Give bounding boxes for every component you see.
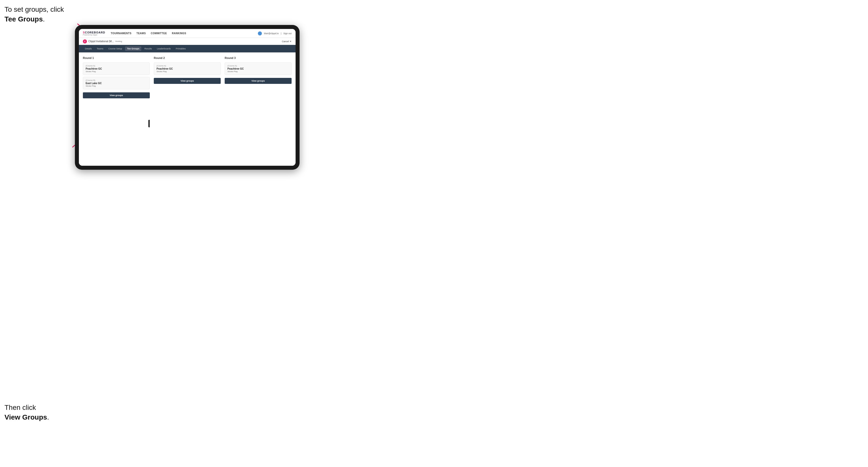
top-nav: SCOREBOARD Powered by clippd TOURNAMENTS… — [79, 29, 296, 38]
nav-links: TOURNAMENTS TEAMS COMMITTEE RANKINGS — [110, 32, 258, 35]
nav-tournaments[interactable]: TOURNAMENTS — [110, 32, 132, 35]
round-2-course-a-format: Stroke Play — [157, 70, 218, 73]
tournament-title: Clippd Invitational (M... — [88, 40, 114, 43]
round-1-column: Round 1 (Course A) Peachtree GC Stroke P… — [83, 56, 150, 98]
separator: | — [281, 32, 281, 35]
round-3-view-groups-button[interactable]: View groups — [225, 78, 291, 84]
nav-rankings[interactable]: RANKINGS — [172, 32, 187, 35]
round-2-course-a-name: Peachtree GC — [157, 67, 218, 70]
round-3-course-a-label: (Course A) — [227, 65, 289, 67]
hosting-badge: Hosting — [115, 40, 122, 42]
round-3-column: Round 3 (Course A) Peachtree GC Stroke P… — [225, 56, 291, 98]
tab-nav: Details Teams Course Setup Tee Groups Re… — [79, 45, 296, 53]
round-2-title: Round 2 — [154, 56, 221, 59]
round-1-course-a-name: Peachtree GC — [86, 67, 147, 70]
scoreboard-logo: SCOREBOARD Powered by clippd — [83, 31, 105, 36]
round-2-column: Round 2 (Course A) Peachtree GC Stroke P… — [154, 56, 221, 98]
tab-tee-groups[interactable]: Tee Groups — [125, 46, 141, 51]
round-1-course-a-label: (Course A) — [86, 65, 147, 67]
sub-nav: C Clippd Invitational (M... Hosting Canc… — [79, 38, 296, 45]
round-3-title: Round 3 — [225, 56, 291, 59]
user-avatar — [258, 31, 262, 35]
nav-teams[interactable]: TEAMS — [136, 32, 147, 35]
tab-course-setup[interactable]: Course Setup — [106, 46, 124, 51]
tournament-name: C Clippd Invitational (M... Hosting — [83, 39, 282, 43]
nav-committee[interactable]: COMMITTEE — [150, 32, 167, 35]
sign-out-link[interactable]: Sign out — [283, 32, 291, 35]
round-3-course-a-format: Stroke Play — [227, 70, 289, 73]
clippd-logo: C — [83, 39, 87, 43]
rounds-grid: Round 1 (Course A) Peachtree GC Stroke P… — [83, 56, 291, 98]
round-1-course-b: (Course B) East Lake GC Stroke Play — [83, 77, 150, 89]
tab-leaderboards[interactable]: Leaderboards — [155, 46, 173, 51]
tab-teams[interactable]: Teams — [95, 46, 105, 51]
tab-details[interactable]: Details — [83, 46, 94, 51]
logo-text: SCOREBOARD — [83, 31, 105, 34]
tablet-side-button — [148, 120, 150, 127]
tablet-frame: SCOREBOARD Powered by clippd TOURNAMENTS… — [75, 25, 300, 170]
round-3-course-a: (Course A) Peachtree GC Stroke Play — [225, 62, 291, 75]
round-1-course-a: (Course A) Peachtree GC Stroke Play — [83, 62, 150, 75]
cancel-button[interactable]: Cancel ✕ — [282, 40, 291, 43]
instruction-top: To set groups, click Tee Groups. — [4, 4, 64, 24]
round-3-course-a-name: Peachtree GC — [227, 67, 289, 70]
nav-right: blair@clippd.io | Sign out — [258, 31, 291, 35]
instruction-bottom: Then click View Groups. — [4, 403, 49, 422]
tablet-screen: SCOREBOARD Powered by clippd TOURNAMENTS… — [79, 29, 296, 166]
cancel-x-icon: ✕ — [289, 40, 291, 43]
round-2-course-a: (Course A) Peachtree GC Stroke Play — [154, 62, 221, 75]
round-1-course-b-label: (Course B) — [86, 79, 147, 81]
tab-printables[interactable]: Printables — [174, 46, 188, 51]
tab-results[interactable]: Results — [142, 46, 154, 51]
content-area: Round 1 (Course A) Peachtree GC Stroke P… — [79, 53, 296, 166]
round-2-course-a-label: (Course A) — [157, 65, 218, 67]
round-1-course-b-format: Stroke Play — [86, 85, 147, 87]
round-1-view-groups-button[interactable]: View groups — [83, 92, 150, 98]
logo-sub: Powered by clippd — [83, 34, 105, 36]
round-1-course-a-format: Stroke Play — [86, 70, 147, 73]
round-1-course-b-name: East Lake GC — [86, 82, 147, 85]
user-email: blair@clippd.io — [264, 32, 279, 35]
round-2-view-groups-button[interactable]: View groups — [154, 78, 221, 84]
round-1-title: Round 1 — [83, 56, 150, 59]
